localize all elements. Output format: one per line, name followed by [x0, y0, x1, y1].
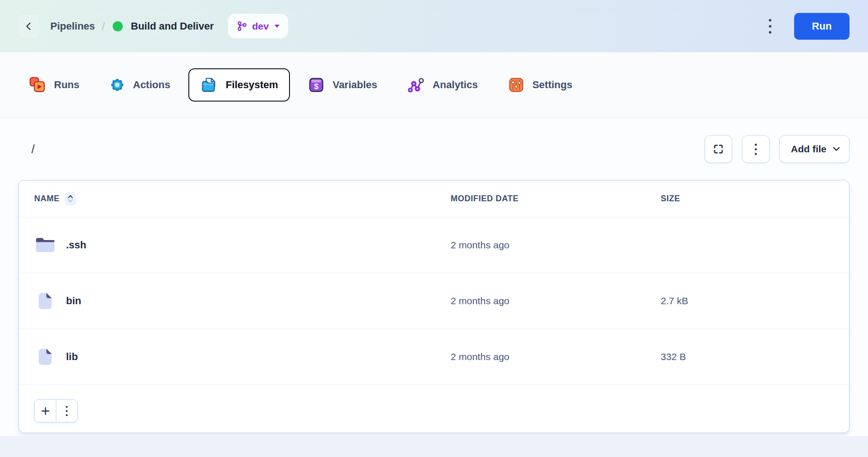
sort-icon[interactable]	[65, 192, 76, 205]
folder-icon	[34, 237, 56, 253]
analytics-icon	[407, 76, 425, 94]
chevron-down-icon	[833, 147, 840, 151]
file-size: 2.7 kB	[661, 295, 834, 307]
modified-date: 2 months ago	[451, 240, 661, 251]
modified-date: 2 months ago	[451, 351, 661, 362]
tab-label: Filesystem	[226, 79, 278, 91]
add-file-label: Add file	[791, 144, 826, 155]
filesystem-panel: /	[0, 118, 868, 436]
breadcrumb: Pipelines / Build and Deliver dev	[50, 14, 288, 38]
column-header-name: NAME	[34, 192, 451, 205]
tab-label: Settings	[532, 79, 573, 91]
tab-actions[interactable]: Actions	[97, 69, 182, 101]
current-path: /	[31, 143, 35, 156]
table-header: NAME MODIFIED DATE SIZE	[19, 180, 849, 217]
file-size: 332 B	[661, 351, 834, 362]
file-table: NAME MODIFIED DATE SIZE	[18, 180, 850, 433]
tab-analytics[interactable]: Analytics	[395, 68, 490, 102]
chevron-left-icon	[24, 21, 35, 32]
caret-down-icon	[274, 24, 280, 28]
plus-icon	[41, 406, 50, 416]
run-button[interactable]: Run	[794, 13, 850, 40]
file-name-cell: .ssh	[34, 237, 451, 253]
tab-label: Actions	[133, 79, 170, 91]
tab-bar: Runs Actions	[0, 52, 868, 118]
runs-icon	[29, 76, 46, 94]
column-label: NAME	[34, 194, 60, 204]
tab-label: Variables	[332, 79, 377, 91]
table-row[interactable]: lib 2 months ago 332 B	[19, 329, 849, 385]
back-button[interactable]	[18, 14, 40, 38]
tab-label: Runs	[54, 79, 79, 91]
tab-filesystem[interactable]: Filesystem	[188, 68, 290, 102]
page-background	[0, 436, 868, 457]
settings-icon	[508, 77, 524, 93]
file-name-cell: bin	[34, 292, 451, 310]
add-entry-button[interactable]	[35, 400, 56, 422]
page-title: Build and Deliver	[131, 20, 214, 32]
entry-menu-button[interactable]	[56, 400, 77, 422]
table-row[interactable]: .ssh 2 months ago	[19, 217, 849, 273]
column-header-modified: MODIFIED DATE	[451, 194, 661, 204]
kebab-menu-icon	[754, 143, 757, 156]
breadcrumb-pipelines[interactable]: Pipelines	[50, 20, 95, 32]
table-footer	[19, 385, 849, 422]
tab-label: Analytics	[433, 79, 478, 91]
file-icon	[34, 348, 56, 366]
modified-date: 2 months ago	[451, 295, 661, 307]
branch-selector[interactable]: dev	[228, 14, 288, 38]
filesystem-toolbar: /	[18, 135, 850, 163]
tab-runs[interactable]: Runs	[17, 68, 91, 102]
kebab-menu-icon	[66, 406, 68, 416]
branch-name: dev	[252, 21, 269, 32]
kebab-menu-icon	[768, 18, 772, 34]
variables-icon: $	[308, 77, 325, 93]
file-name: lib	[66, 351, 78, 363]
tab-variables[interactable]: $ Variables	[296, 69, 389, 101]
git-branch-icon	[236, 21, 247, 31]
footer-button-group	[34, 399, 78, 422]
fullscreen-icon	[712, 143, 724, 155]
app: Pipelines / Build and Deliver dev	[0, 0, 868, 457]
header-actions: Run	[764, 13, 850, 40]
filesystem-menu-button[interactable]	[742, 135, 770, 163]
file-icon	[34, 292, 56, 310]
actions-icon	[109, 77, 125, 93]
filesystem-icon	[200, 76, 218, 94]
column-header-size: SIZE	[661, 194, 834, 204]
file-name: bin	[66, 295, 81, 307]
header-menu-button[interactable]	[764, 15, 777, 38]
file-name-cell: lib	[34, 348, 451, 366]
toolbar-actions: Add file	[705, 135, 850, 163]
add-file-button[interactable]: Add file	[779, 135, 850, 163]
svg-text:$: $	[314, 82, 319, 91]
fullscreen-button[interactable]	[705, 135, 732, 163]
tab-settings[interactable]: Settings	[496, 69, 585, 101]
header: Pipelines / Build and Deliver dev	[0, 0, 868, 52]
file-name: .ssh	[66, 239, 86, 251]
breadcrumb-separator: /	[102, 20, 105, 33]
table-row[interactable]: bin 2 months ago 2.7 kB	[19, 273, 849, 329]
pipeline-status-dot	[113, 21, 123, 31]
